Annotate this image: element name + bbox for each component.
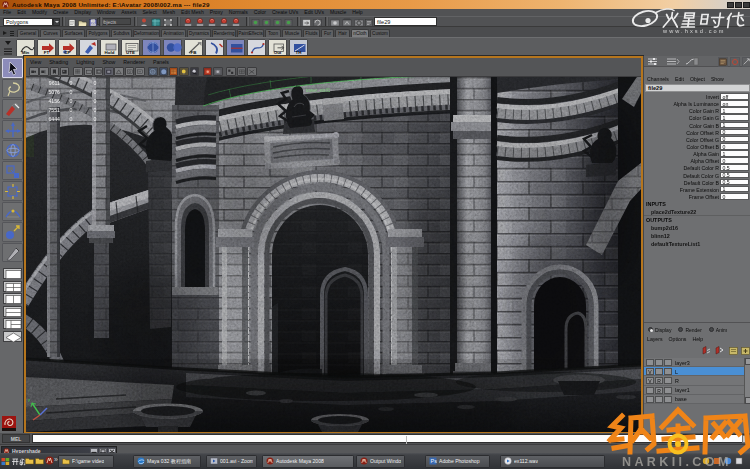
attribute-value-field[interactable]: off bbox=[720, 93, 749, 100]
panel-image-plane-icon[interactable] bbox=[60, 67, 70, 77]
tool-select-button[interactable] bbox=[2, 58, 23, 78]
taskbar-button-4[interactable]: Autodesk Maya 2008 bbox=[262, 455, 354, 468]
shelf-min-button[interactable]: Min bbox=[16, 39, 35, 57]
channel-speed-mode-icon[interactable] bbox=[666, 57, 680, 66]
menu-color[interactable]: Color bbox=[254, 9, 266, 15]
taskbar-button-7[interactable]: ex112.wav bbox=[500, 455, 605, 468]
layer-mode-radio-display[interactable]: Display bbox=[648, 327, 671, 333]
attribute-value-field[interactable]: 0 bbox=[720, 193, 749, 200]
attribute-value-field[interactable]: 0 bbox=[720, 129, 749, 136]
menu-file[interactable]: File bbox=[3, 9, 11, 15]
tool-scale-button[interactable] bbox=[2, 161, 23, 181]
layer-type-checkbox[interactable] bbox=[655, 396, 663, 403]
tool-move-button[interactable] bbox=[2, 120, 23, 140]
layout-persp-outliner-button[interactable] bbox=[3, 331, 22, 342]
panel-menu-panels[interactable]: Panels bbox=[153, 59, 169, 65]
channel-menu-channels[interactable]: Channels bbox=[647, 76, 669, 82]
layout-two-pane-side-button[interactable] bbox=[3, 293, 22, 304]
panel-texture-red-icon[interactable] bbox=[203, 67, 213, 77]
mel-button[interactable]: MEL bbox=[2, 434, 30, 443]
attribute-value-field[interactable]: 0 bbox=[720, 157, 749, 164]
panel-menu-lighting[interactable]: Lighting bbox=[76, 59, 94, 65]
set-layer-current-icon[interactable] bbox=[701, 345, 712, 356]
create-layer-assign-icon[interactable] bbox=[740, 345, 750, 356]
scroll-up-arrow-icon[interactable] bbox=[745, 358, 750, 365]
attribute-value-field[interactable]: 0.5 bbox=[720, 164, 749, 171]
layer-color-swatch[interactable] bbox=[664, 359, 672, 366]
perspective-viewport-panel[interactable]: ViewShadingLightingShowRendererPanels bbox=[24, 56, 643, 433]
menu-muscle[interactable]: Muscle bbox=[330, 9, 346, 15]
shelf-comb-button[interactable] bbox=[205, 39, 224, 57]
tool-universal-button[interactable] bbox=[2, 181, 23, 201]
tool-last-button[interactable] bbox=[2, 243, 23, 263]
shelf-edit-menu-icon[interactable] bbox=[2, 47, 14, 56]
status-divider[interactable] bbox=[246, 17, 250, 26]
shelf-crv-button[interactable] bbox=[247, 39, 266, 57]
output-node-bump2d16[interactable]: bump2d16 bbox=[644, 224, 750, 232]
menu-display[interactable]: Display bbox=[74, 9, 91, 15]
menu-select[interactable]: Select bbox=[142, 9, 156, 15]
panel-gate-mask-icon[interactable] bbox=[104, 67, 114, 77]
shelf-tab-arrow-icon[interactable] bbox=[2, 29, 8, 37]
channel-menu-show[interactable]: Show bbox=[711, 76, 724, 82]
panel-film-gate-icon[interactable] bbox=[84, 67, 94, 77]
shelf-fb-button[interactable]: FB bbox=[184, 39, 203, 57]
menu-set-dropdown[interactable]: Polygons bbox=[3, 18, 53, 26]
panel-multi-a-icon[interactable] bbox=[237, 67, 247, 77]
layout-single-pane-button[interactable] bbox=[3, 268, 22, 279]
layer-mode-radio-render[interactable]: Render bbox=[678, 327, 701, 333]
shelf-ute-button[interactable]: UTE bbox=[121, 39, 140, 57]
shelf-sphere-a-button[interactable] bbox=[142, 39, 161, 57]
attribute-value-field[interactable]: 0.5 bbox=[720, 179, 749, 186]
status-divider[interactable] bbox=[99, 17, 103, 26]
status-divider[interactable] bbox=[325, 17, 329, 26]
show-channel-box-icon[interactable] bbox=[742, 57, 750, 67]
attribute-value-field[interactable]: 0 bbox=[720, 136, 749, 143]
maximize-button[interactable] bbox=[735, 2, 742, 8]
panel-res-gate-icon[interactable] bbox=[94, 67, 104, 77]
shelf-paint-button[interactable] bbox=[79, 39, 98, 57]
resize-grip[interactable] bbox=[742, 435, 750, 443]
tray-3-icon[interactable] bbox=[724, 457, 732, 465]
command-line-input[interactable] bbox=[32, 434, 747, 444]
panel-wireframe-icon[interactable] bbox=[148, 67, 158, 77]
channel-hyperbolic-icon[interactable] bbox=[685, 57, 699, 66]
tray-4-icon[interactable] bbox=[735, 457, 743, 465]
layout-four-pane-button[interactable] bbox=[3, 281, 22, 292]
panel-multi-b-icon[interactable] bbox=[247, 67, 257, 77]
quicklaunch-maya-icon[interactable] bbox=[45, 456, 54, 465]
layer-visibility-checkbox[interactable]: V bbox=[646, 368, 654, 375]
shelf-popup-arrow-icon[interactable] bbox=[2, 39, 14, 47]
menu-create-uvs[interactable]: Create UVs bbox=[272, 9, 298, 15]
panel-bookmark-icon[interactable] bbox=[50, 67, 60, 77]
panel-isolate-icon[interactable] bbox=[226, 67, 236, 77]
panel-safe-action-icon[interactable] bbox=[125, 67, 135, 77]
menu-mesh[interactable]: Mesh bbox=[163, 9, 175, 15]
taskbar-button-1[interactable]: F:\game video bbox=[58, 455, 114, 468]
menu-edit[interactable]: Edit bbox=[17, 9, 26, 15]
minimize-button[interactable] bbox=[727, 2, 734, 8]
close-button[interactable] bbox=[743, 2, 750, 8]
layer-row-base[interactable]: base bbox=[644, 395, 750, 404]
shelf-th-button[interactable]: TH bbox=[289, 39, 308, 57]
tool-paint-select-button[interactable] bbox=[2, 99, 23, 119]
menu-window[interactable]: Window bbox=[97, 9, 115, 15]
layer-row-layer1[interactable]: Rlayer1 bbox=[644, 386, 750, 395]
quick-rename-field[interactable]: file29 bbox=[374, 17, 437, 26]
status-divider[interactable] bbox=[297, 17, 301, 26]
output-node-defaultTextureList1[interactable]: defaultTextureList1 bbox=[644, 240, 750, 248]
scroll-down-arrow-icon[interactable] bbox=[745, 397, 750, 404]
panel-shaded-icon[interactable] bbox=[159, 67, 169, 77]
channel-menu-edit[interactable]: Edit bbox=[675, 76, 684, 82]
menu-edit-uvs[interactable]: Edit UVs bbox=[304, 9, 324, 15]
title-bar[interactable]: Autodesk Maya 2008 Unlimited: E:\Avatar … bbox=[0, 0, 750, 9]
menu-set-dropdown-arrow[interactable] bbox=[53, 18, 60, 26]
layer-type-checkbox[interactable] bbox=[655, 368, 663, 375]
attribute-value-field[interactable]: 1 bbox=[720, 107, 749, 114]
panel-grid-icon[interactable] bbox=[73, 67, 83, 77]
attribute-value-field[interactable]: on bbox=[720, 100, 749, 107]
output-node-blinn12[interactable]: blinn12 bbox=[644, 232, 750, 240]
quicklaunch-folder1-icon[interactable] bbox=[25, 456, 34, 465]
tray-1-icon[interactable] bbox=[702, 457, 710, 465]
menu-assets[interactable]: Assets bbox=[121, 9, 136, 15]
